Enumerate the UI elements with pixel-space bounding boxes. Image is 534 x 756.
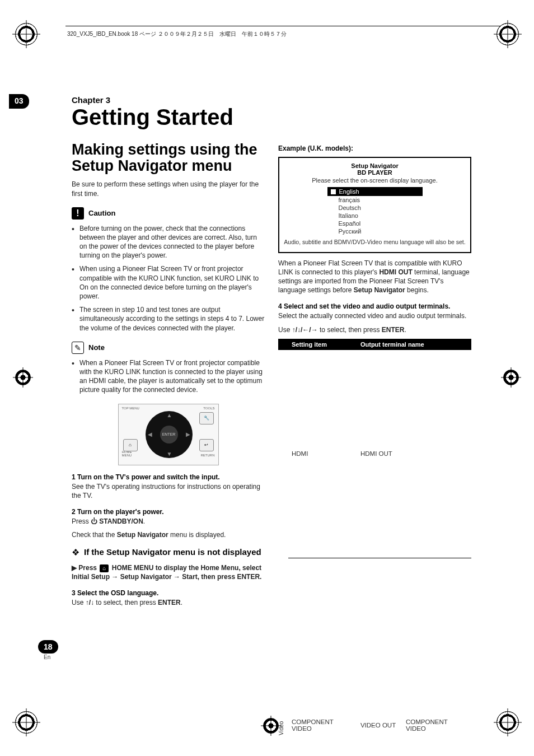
list-item: When using a Pioneer Flat Screen TV or f…: [72, 264, 265, 301]
caution-label: Caution: [88, 209, 115, 217]
left-column: Chapter 3 Getting Started Making setting…: [72, 95, 265, 756]
home-icon: ⌂: [100, 564, 109, 572]
step-3-title: 3 Select the OSD language.: [72, 589, 265, 597]
list-item: Before turning on the power, check that …: [72, 224, 265, 260]
home-button-icon: ⌂: [123, 439, 138, 451]
menu-subtitle: BD PLAYER: [284, 169, 466, 176]
step-3-body: Use ↑/↓ to select, then press ENTER.: [72, 598, 265, 607]
page-number: 18: [38, 640, 58, 654]
table-category-video: Video: [278, 350, 284, 756]
note-icon: ✎: [72, 342, 84, 354]
right-column: Example (U.K. models): Setup Navigator B…: [278, 95, 471, 756]
menu-item[interactable]: Русский: [327, 227, 423, 235]
remote-label-tools: TOOLS: [203, 407, 214, 410]
menu-item[interactable]: Italiano: [327, 212, 423, 220]
table-cell: HDMI OUT: [357, 350, 402, 558]
section-heading: Making settings using the Setup Navigato…: [72, 142, 265, 174]
registration-mark: [503, 370, 519, 385]
output-terminal-table: Setting item Output terminal name Video …: [278, 339, 471, 756]
menu-title: Setup Navigator: [284, 162, 466, 169]
step-1-body: See the TV's operating instructions for …: [72, 482, 265, 500]
menu-footer: Audio, subtitle and BDMV/DVD-Video menu …: [284, 239, 466, 246]
power-icon: ⏻: [91, 517, 99, 525]
menu-item[interactable]: Deutsch: [327, 204, 423, 212]
table-cell: [402, 350, 471, 558]
tools-button-icon: 🔧: [199, 412, 214, 424]
return-button-icon: ↩: [199, 439, 214, 451]
table-header: Output terminal name: [357, 339, 471, 350]
step-2-body: Press ⏻ STANDBY/ON.: [72, 517, 265, 526]
setup-navigator-menu: Setup Navigator BD PLAYER Please select …: [278, 157, 471, 253]
table-cell: COMPONENT VIDEO: [402, 558, 471, 756]
step-2-check: Check that the Setup Navigator menu is d…: [72, 530, 265, 539]
registration-mark: [496, 711, 519, 734]
registration-mark: [15, 711, 38, 734]
note-list: When a Pioneer Flat Screen TV or front p…: [72, 358, 265, 395]
registration-mark: [15, 23, 38, 45]
header-footer-line: 320_VXJ5_IBD_EN.book 18 ページ ２００９年２月２５日 水…: [67, 30, 287, 38]
menu-item-selected[interactable]: English: [327, 187, 423, 196]
caution-list: Before turning on the power, check that …: [72, 224, 265, 333]
navigation-wheel: ENTER ▲ ▼ ◀ ▶: [146, 411, 193, 458]
page-title: Getting Started: [72, 106, 265, 128]
step-4-title: 4 Select and set the video and audio out…: [278, 302, 471, 310]
list-item: When a Pioneer Flat Screen TV or front p…: [72, 358, 265, 395]
table-cell: VIDEO OUT: [357, 558, 402, 756]
diamond-icon: ❖: [72, 548, 79, 557]
step-2-title: 2 Turn on the player's power.: [72, 508, 265, 516]
remote-label-return: RETURN: [201, 454, 215, 457]
remote-label-topmenu: TOP MENU: [122, 407, 139, 410]
step-4-body: Select the actually connected video and …: [278, 311, 471, 320]
menu-prompt: Please select the on-screen display lang…: [284, 177, 466, 184]
table-header: Setting item: [288, 339, 357, 350]
caution-icon: !: [72, 207, 84, 220]
registration-mark: [15, 370, 31, 385]
note-label: Note: [88, 343, 105, 352]
sub-instruction: ▶ Press ⌂ HOME MENU to display the Home …: [72, 563, 265, 581]
registration-mark: [496, 23, 519, 45]
menu-item[interactable]: français: [327, 196, 423, 204]
example-label: Example (U.K. models):: [278, 144, 471, 152]
menu-item[interactable]: Español: [327, 220, 423, 227]
intro-paragraph: Be sure to perform these settings when u…: [72, 180, 265, 198]
enter-button: ENTER: [160, 426, 178, 444]
sub-heading: If the Setup Navigator menu is not displ…: [84, 547, 261, 558]
page-language-label: En: [44, 654, 50, 660]
kuro-paragraph: When a Pioneer Flat Screen TV that is co…: [278, 259, 471, 295]
chapter-tab: 03: [9, 94, 29, 109]
table-cell: COMPONENT VIDEO: [288, 558, 357, 756]
step-1-title: 1 Turn on the TV's power and switch the …: [72, 473, 265, 481]
table-cell: HDMI: [288, 350, 357, 558]
remote-diagram: TOP MENU TOOLS 🔧 ENTER ▲ ▼ ◀ ▶ HOME MENU…: [118, 404, 219, 465]
step-4-use: Use ↑/↓/←/→ to select, then press ENTER.: [278, 325, 471, 334]
list-item: The screen in step 10 and test tones are…: [72, 305, 265, 333]
chapter-label: Chapter 3: [72, 95, 265, 105]
